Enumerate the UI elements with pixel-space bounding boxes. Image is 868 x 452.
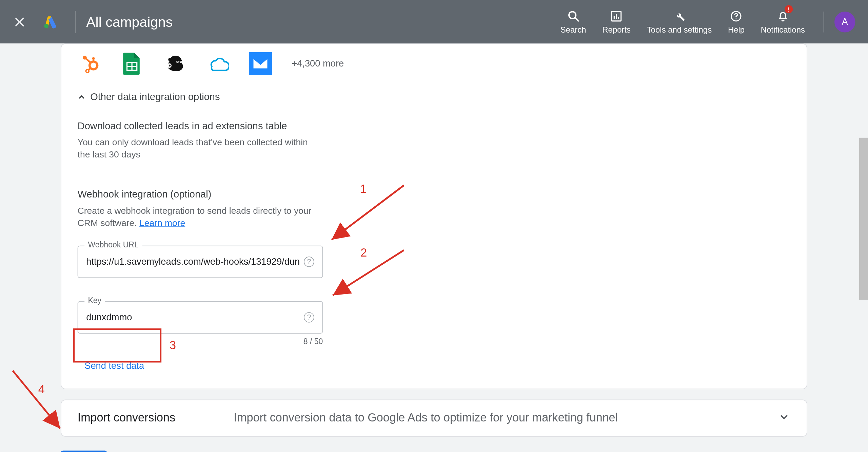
webhook-key-input[interactable] bbox=[86, 312, 300, 322]
import-conversions-title: Import conversions bbox=[78, 411, 234, 425]
more-integrations-text[interactable]: +4,300 more bbox=[292, 58, 344, 69]
svg-point-26 bbox=[169, 64, 171, 66]
webhook-desc-text: Create a webhook integration to send lea… bbox=[78, 206, 312, 228]
key-char-counter: 8 / 50 bbox=[78, 337, 323, 346]
webhook-key-field: Key ? bbox=[78, 301, 323, 334]
webhook-heading: Webhook integration (optional) bbox=[78, 189, 791, 200]
google-ads-logo bbox=[43, 14, 58, 29]
send-test-data-button[interactable]: Send test data bbox=[78, 355, 151, 377]
download-heading: Download collected leads in ad extension… bbox=[78, 120, 791, 132]
mailchimp-icon[interactable] bbox=[163, 52, 186, 75]
nav-search-label: Search bbox=[560, 25, 586, 35]
header-divider bbox=[75, 11, 76, 33]
download-desc: You can only download leads that've been… bbox=[78, 137, 315, 161]
help-icon[interactable]: ? bbox=[304, 312, 314, 322]
cancel-button[interactable]: Cancel bbox=[121, 450, 157, 452]
svg-point-23 bbox=[177, 61, 178, 62]
webhook-desc: Create a webhook integration to send lea… bbox=[78, 205, 327, 229]
search-icon bbox=[567, 9, 580, 24]
notification-badge: ! bbox=[785, 5, 793, 14]
bell-icon: ! bbox=[776, 9, 789, 24]
scrollbar-thumb[interactable] bbox=[859, 138, 868, 300]
nav-tools-label: Tools and settings bbox=[647, 25, 712, 35]
nav-search[interactable]: Search bbox=[552, 0, 594, 43]
help-icon bbox=[730, 9, 743, 24]
save-button[interactable]: Save bbox=[61, 450, 107, 452]
lead-integration-card: +4,300 more Other data integration optio… bbox=[61, 43, 807, 389]
svg-point-2 bbox=[44, 24, 48, 28]
nav-help-label: Help bbox=[728, 25, 745, 35]
other-integration-toggle[interactable]: Other data integration options bbox=[78, 92, 791, 103]
integration-icon-row: +4,300 more bbox=[78, 44, 791, 75]
header-divider-right bbox=[824, 11, 824, 32]
svg-point-10 bbox=[736, 18, 737, 19]
campaign-monitor-icon[interactable] bbox=[249, 52, 272, 75]
svg-point-15 bbox=[92, 57, 95, 60]
page-title: All campaigns bbox=[86, 14, 173, 30]
import-conversions-desc: Import conversion data to Google Ads to … bbox=[234, 411, 777, 425]
other-integration-label: Other data integration options bbox=[90, 92, 220, 103]
nav-notifications-label: Notifications bbox=[761, 25, 805, 35]
action-button-row: Save Cancel bbox=[61, 450, 807, 452]
nav-notifications[interactable]: ! Notifications bbox=[753, 0, 813, 43]
hubspot-icon[interactable] bbox=[78, 52, 101, 75]
help-icon[interactable]: ? bbox=[304, 257, 314, 267]
webhook-key-label: Key bbox=[84, 296, 105, 305]
svg-line-4 bbox=[575, 18, 578, 21]
tools-icon bbox=[673, 9, 686, 24]
salesforce-icon[interactable] bbox=[206, 52, 229, 75]
close-button[interactable] bbox=[7, 9, 32, 34]
chevron-down-icon bbox=[778, 410, 791, 425]
nav-help[interactable]: Help bbox=[720, 0, 753, 43]
nav-reports[interactable]: Reports bbox=[594, 0, 638, 43]
webhook-url-field: Webhook URL ? bbox=[78, 245, 323, 278]
webhook-url-label: Webhook URL bbox=[84, 240, 142, 249]
chevron-up-icon bbox=[78, 93, 86, 101]
webhook-url-input[interactable] bbox=[86, 257, 300, 267]
nav-reports-label: Reports bbox=[602, 25, 631, 35]
svg-point-17 bbox=[86, 70, 89, 73]
svg-line-13 bbox=[85, 58, 91, 63]
google-sheets-icon[interactable] bbox=[120, 52, 143, 75]
vertical-scrollbar[interactable] bbox=[859, 74, 868, 452]
nav-tools[interactable]: Tools and settings bbox=[639, 0, 720, 43]
reports-icon bbox=[610, 9, 623, 24]
avatar[interactable]: A bbox=[834, 11, 855, 32]
import-conversions-row[interactable]: Import conversions Import conversion dat… bbox=[61, 399, 807, 436]
learn-more-link[interactable]: Learn more bbox=[139, 218, 185, 227]
svg-point-24 bbox=[180, 61, 181, 62]
app-header: All campaigns Search Reports bbox=[0, 0, 868, 43]
